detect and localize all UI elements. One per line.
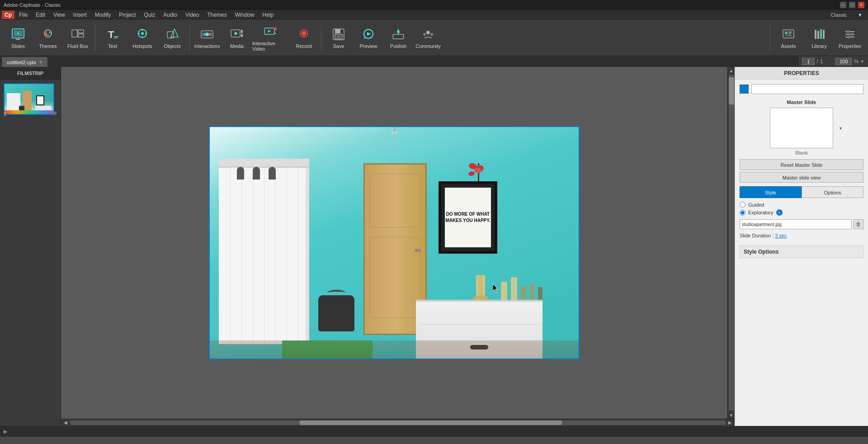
hscroll-thumb[interactable] (300, 420, 562, 425)
svg-rect-55 (815, 30, 816, 39)
bg-image-input[interactable] (740, 219, 852, 229)
options-tab-button[interactable]: Options (802, 186, 863, 198)
slide-settings-icon[interactable]: ⚙ (53, 111, 57, 116)
slide-tab[interactable]: untitled2.cptx ✕ (2, 57, 47, 67)
hook2 (253, 167, 260, 179)
fluidbox-button[interactable]: Fluid Box (63, 22, 92, 54)
window-controls[interactable]: ─ □ ✕ (840, 2, 864, 8)
svg-marker-46 (396, 29, 400, 33)
hscroll-left-button[interactable]: ◀ (62, 420, 69, 426)
vscroll-up-button[interactable]: ▲ (729, 67, 734, 74)
hook1 (237, 167, 244, 179)
menu-project[interactable]: Project (115, 11, 139, 19)
interactions-button[interactable]: Interactions (193, 22, 222, 54)
minimize-button[interactable]: ─ (840, 2, 846, 8)
menu-audio[interactable]: Audio (160, 11, 181, 19)
menu-window[interactable]: Window (231, 11, 258, 19)
bottle2 (511, 277, 517, 300)
restore-button[interactable]: □ (849, 2, 855, 8)
svg-rect-14 (114, 38, 118, 38)
text-label: Text (108, 43, 117, 49)
svg-point-25 (203, 33, 205, 35)
interactions-label: Interactions (194, 43, 220, 49)
hscroll-track (70, 420, 726, 425)
menu-edit[interactable]: Edit (32, 11, 49, 19)
slide-number-input[interactable]: 1 (802, 58, 815, 65)
filmstrip-header: FILMSTRIP (0, 67, 61, 80)
menu-help[interactable]: Help (259, 11, 277, 19)
master-slide-view-button[interactable]: Master slide view (740, 172, 863, 183)
exploratory-radio[interactable] (740, 210, 745, 216)
reset-master-slide-button[interactable]: Reset Master Slide (740, 159, 863, 170)
library-button[interactable]: Library (805, 22, 834, 54)
svg-marker-28 (235, 32, 238, 35)
canvas-vscroll[interactable]: ▲ ▼ (727, 67, 735, 419)
toolbar-right: Assets Library (768, 22, 864, 54)
master-slide-label: Master Slide (740, 99, 863, 105)
svg-rect-40 (336, 35, 341, 38)
properties-header-label: PROPERTIES (784, 70, 819, 76)
color-text-input[interactable] (751, 84, 863, 94)
master-slide-dropdown-arrow[interactable]: ▼ (839, 126, 843, 131)
save-button[interactable]: Save (324, 22, 353, 54)
svg-rect-56 (817, 31, 819, 39)
statusbar: ▶ (0, 426, 868, 437)
color-swatch[interactable] (740, 85, 749, 94)
svg-rect-58 (823, 30, 825, 39)
record-button[interactable]: Record (289, 22, 318, 54)
themes-label: Themes (39, 43, 57, 49)
vscroll-down-button[interactable]: ▼ (729, 411, 734, 419)
menu-insert[interactable]: Insert (70, 11, 90, 19)
properties-toolbar-button[interactable]: Properties (835, 22, 864, 54)
menu-themes[interactable]: Themes (203, 11, 230, 19)
menu-cp[interactable]: Cp (2, 11, 14, 19)
svg-rect-53 (788, 33, 791, 34)
slide-canvas[interactable]: DO MORE OF WHAT MAKES YOU HAPPY. (209, 126, 580, 359)
slides-button[interactable]: Slides (4, 22, 33, 54)
titlebar: Adobe Captivate - Classic ─ □ ✕ (0, 0, 868, 10)
objects-label: Objects (164, 43, 180, 49)
media-button[interactable]: Media (222, 22, 251, 54)
close-button[interactable]: ✕ (858, 2, 864, 8)
bottle5 (538, 287, 542, 300)
preview-button[interactable]: Preview (354, 22, 383, 54)
toolbar: Slides Themes Fluid Box (0, 20, 868, 56)
slide-divider: / (816, 58, 818, 65)
bg-image-delete-button[interactable]: 🗑 (854, 219, 863, 229)
menu-file[interactable]: File (15, 11, 31, 19)
slide-thumbnail-1[interactable]: 1 ⚙ (4, 83, 57, 116)
slide-duration-value[interactable]: 3 sec (775, 233, 787, 238)
svg-rect-10 (78, 30, 84, 33)
svg-marker-22 (171, 29, 178, 37)
guided-radio[interactable] (740, 202, 745, 208)
hotspots-label: Hotspots (132, 43, 152, 49)
menu-modify[interactable]: Modify (91, 11, 114, 19)
objects-button[interactable]: Objects (158, 22, 187, 54)
text-icon: T (105, 27, 120, 42)
mode-dropdown[interactable]: ▼ (854, 11, 866, 19)
menu-view[interactable]: View (50, 11, 69, 19)
room-scene: DO MORE OF WHAT MAKES YOU HAPPY. (210, 127, 579, 359)
publish-button[interactable]: Publish (384, 22, 413, 54)
preview-label: Preview (359, 43, 377, 49)
vscroll-thumb[interactable] (729, 77, 734, 104)
hscroll-right-button[interactable]: ▶ (726, 420, 734, 426)
interactive-video-button[interactable]: Interactive Video (252, 22, 288, 54)
tab-close-button[interactable]: ✕ (39, 60, 42, 65)
hotspots-button[interactable]: Hotspots (128, 22, 157, 54)
save-icon (331, 27, 346, 42)
menu-video[interactable]: Video (182, 11, 203, 19)
svg-marker-42 (367, 32, 371, 36)
assets-button[interactable]: Assets (774, 22, 803, 54)
text-button[interactable]: T Text (98, 22, 127, 54)
exploratory-info-icon[interactable]: i (776, 209, 783, 216)
themes-button[interactable]: Themes (33, 22, 62, 54)
zoom-dropdown-icon[interactable]: ▼ (860, 59, 864, 64)
menu-quiz[interactable]: Quiz (141, 11, 159, 19)
style-tab-button[interactable]: Style (740, 186, 802, 198)
floor (210, 340, 579, 359)
hscrollbar[interactable]: ◀ ▶ (61, 419, 735, 426)
zoom-input[interactable] (835, 58, 852, 65)
divider4 (770, 24, 770, 52)
community-button[interactable]: Community (414, 22, 443, 54)
